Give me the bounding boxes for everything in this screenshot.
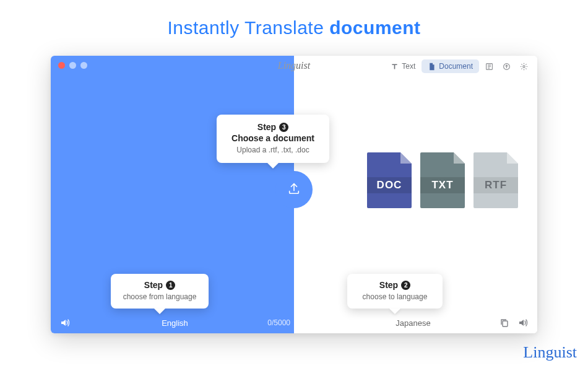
tooltip-step-2: Step 2 choose to language — [347, 274, 443, 309]
target-bottom-bar: Japanese — [298, 317, 529, 328]
upload-icon — [287, 182, 301, 198]
headline-emphasis: document — [329, 17, 420, 38]
mode-document-button[interactable]: Document — [422, 59, 479, 73]
char-counter: 0/5000 — [267, 318, 290, 327]
svg-rect-3 — [503, 321, 508, 326]
file-type-rtf: RTF — [473, 152, 518, 208]
mode-segment: Text Document — [384, 59, 479, 73]
svg-point-2 — [522, 65, 524, 67]
brand-watermark: Linguist — [523, 343, 577, 362]
speak-target-button[interactable] — [517, 317, 529, 328]
history-button[interactable] — [482, 59, 496, 73]
mode-document-label: Document — [439, 62, 473, 71]
mode-text-label: Text — [402, 62, 415, 71]
zoom-window-button[interactable] — [80, 62, 87, 69]
toolbar: Text Document — [384, 59, 531, 73]
file-type-row: DOC TXT RTF — [367, 152, 518, 208]
file-type-doc: DOC — [367, 152, 412, 208]
copy-button[interactable] — [499, 317, 510, 328]
source-bottom-bar: English 0/5000 — [59, 317, 290, 328]
speak-source-button[interactable] — [59, 317, 71, 328]
app-title: Linguist — [278, 60, 310, 71]
target-language-selector[interactable]: Japanese — [396, 318, 430, 328]
close-window-button[interactable] — [58, 62, 65, 69]
tooltip-step-1: Step 1 choose from language — [111, 274, 209, 309]
minimize-window-button[interactable] — [69, 62, 76, 69]
window-controls — [58, 62, 87, 69]
mode-text-button[interactable]: Text — [384, 59, 422, 73]
page-headline: Instantly Translate document — [0, 0, 588, 38]
upload-hub-button[interactable] — [275, 171, 313, 208]
settings-button[interactable] — [516, 59, 531, 73]
document-icon — [428, 63, 436, 71]
upload-button[interactable] — [499, 59, 514, 73]
source-language-selector[interactable]: English — [162, 318, 188, 328]
text-icon — [391, 63, 399, 71]
headline-prefix: Instantly Translate — [167, 17, 329, 38]
tooltip-step-3: Step 3 Choose a document Upload a .rtf, … — [217, 115, 329, 163]
file-type-txt: TXT — [420, 152, 465, 208]
